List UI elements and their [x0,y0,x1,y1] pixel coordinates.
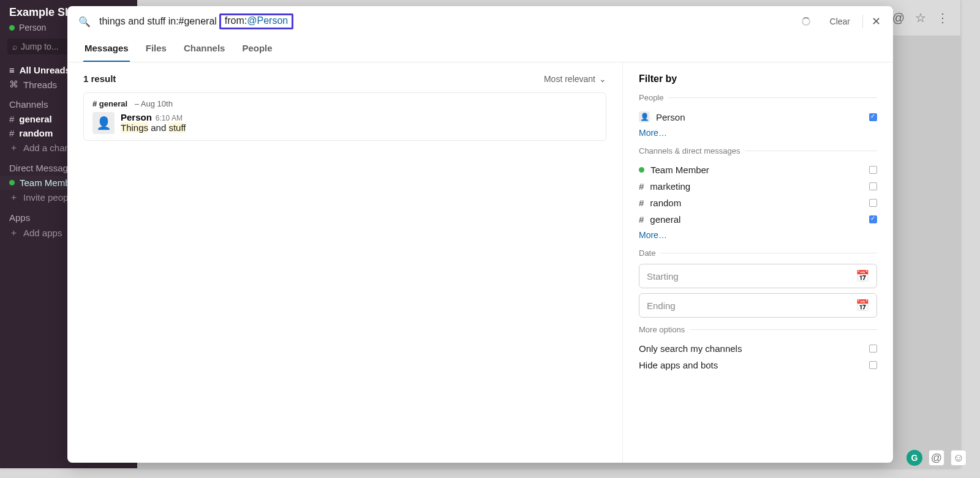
option-label: Hide apps and bots [639,360,718,370]
search-modal: 🔍 things and stuff in:#general from:@Per… [67,6,893,463]
filter-date-header: Date [639,248,877,258]
result-text: Things and stuff [121,122,186,133]
option-label: Only search my channels [639,343,742,354]
current-user-name: Person [19,23,46,32]
list-icon: ≡ [9,65,15,75]
filter-hide-apps-bots[interactable]: Hide apps and bots [639,357,877,373]
filter-person-name: Person [656,112,685,122]
calendar-icon: 📅 [856,299,869,312]
avatar: 👤 [639,111,650,122]
grammarly-icon[interactable]: G [907,450,922,466]
all-unreads-label: All Unreads [20,65,70,75]
checkbox[interactable] [869,113,877,121]
jump-icon: ⌕ [12,42,17,51]
result-author: Person [121,112,152,122]
date-end-placeholder: Ending [647,301,676,311]
tab-people[interactable]: People [241,43,273,62]
checkbox[interactable] [869,166,877,174]
checkbox[interactable] [869,361,877,369]
hash-icon: # [639,181,644,192]
filter-people-header: People [639,93,877,102]
filter-person[interactable]: 👤Person [639,108,877,125]
divider [862,15,863,28]
result-count: 1 result [83,73,116,84]
search-query-text: things and stuff in:#general [99,16,217,27]
filter-title: Filter by [639,73,877,84]
result-date: Aug 10th [141,99,173,108]
hash-icon: # [639,214,644,225]
filter-channel-name: marketing [650,181,690,192]
results-pane: 1 result Most relevant⌄ # general – Aug … [67,62,622,463]
filter-only-my-channels[interactable]: Only search my channels [639,340,877,357]
search-tabs: Messages Files Channels People [67,37,893,62]
hash-icon [9,114,14,124]
jump-label: Jump to... [21,42,58,51]
search-bar: 🔍 things and stuff in:#general from:@Per… [67,6,893,37]
emoji-button[interactable]: ☺ [951,450,967,466]
result-channel: # general [92,99,127,108]
checkbox[interactable] [869,345,877,353]
plus-icon: ＋ [9,227,18,239]
clear-button[interactable]: Clear [821,17,859,26]
presence-dot-icon [9,180,15,185]
channel-label: random [19,128,53,138]
result-time: 6:10 AM [156,114,183,122]
search-icon: 🔍 [78,16,91,28]
add-apps-label: Add apps [23,228,62,238]
plus-icon: ＋ [9,142,18,154]
calendar-icon: 📅 [856,269,869,283]
filter-channel-team-member[interactable]: Team Member [639,162,877,178]
filter-channel-name: general [650,214,680,225]
tab-files[interactable]: Files [145,43,168,62]
channel-label: general [19,114,51,124]
filter-channels-header: Channels & direct messages [639,146,877,155]
date-end-input[interactable]: Ending📅 [639,293,877,318]
channels-more-link[interactable]: More… [639,228,877,241]
tab-channels[interactable]: Channels [183,43,227,62]
result-context: # general – Aug 10th [92,99,597,108]
threads-label: Threads [23,80,57,90]
filter-channel-random[interactable]: #random [639,195,877,211]
mention-button[interactable]: @ [929,450,944,466]
hash-icon: # [639,198,644,208]
search-input[interactable]: things and stuff in:#general from:@Perso… [99,13,802,29]
composer-actions: G @ ☺ [907,450,967,466]
search-from-filter[interactable]: from:@Person [219,13,293,29]
from-target: @Person [247,15,288,26]
checkbox[interactable] [869,182,877,190]
people-more-link[interactable]: More… [639,125,877,139]
checkbox[interactable] [869,215,877,223]
plus-icon: ＋ [9,192,18,203]
close-icon[interactable]: ✕ [867,15,886,28]
loading-spinner-icon [802,17,810,26]
tab-messages[interactable]: Messages [83,43,130,62]
search-result[interactable]: # general – Aug 10th 👤 Person6:10 AM Thi… [83,92,606,141]
dm-label: Team Memb [20,177,70,188]
chevron-down-icon: ⌄ [599,74,606,84]
presence-dot-icon [639,167,644,173]
filter-channel-marketing[interactable]: #marketing [639,178,877,195]
sort-label: Most relevant [544,74,595,84]
date-start-placeholder: Starting [647,271,679,282]
hash-icon [9,128,14,138]
filter-channel-name: Team Member [650,165,709,175]
invite-label: Invite peopl [23,192,70,203]
avatar: 👤 [92,112,115,134]
from-label: from: [225,15,247,26]
date-start-input[interactable]: Starting📅 [639,264,877,288]
filter-pane: Filter by People 👤Person More… Channels … [622,62,893,463]
filter-channel-name: random [650,198,681,208]
sort-button[interactable]: Most relevant⌄ [544,74,606,84]
thread-icon: ⌘ [9,79,18,90]
presence-dot-icon [9,25,15,31]
filter-more-options-header: More options [639,325,877,334]
filter-channel-general[interactable]: #general [639,211,877,228]
checkbox[interactable] [869,199,877,207]
